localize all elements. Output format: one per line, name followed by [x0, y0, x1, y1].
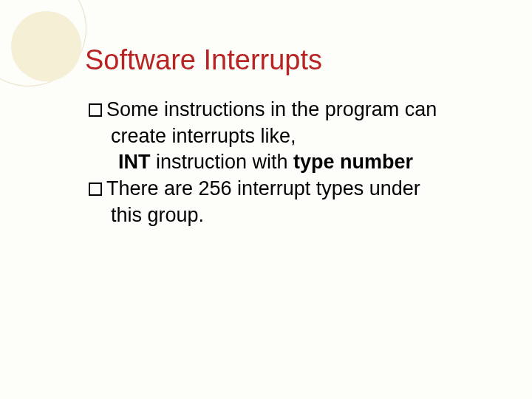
square-bullet-icon — [89, 103, 102, 117]
bullet-1-line3-prefix: INT — [118, 151, 151, 173]
bullet-1-line3: INT instruction with type number — [111, 149, 488, 176]
slide-title: Software Interrupts — [85, 44, 488, 76]
square-bullet-icon — [89, 183, 102, 196]
bullet-1-line3-mid: instruction with — [151, 151, 294, 173]
bullet-1-lead: Some — [106, 98, 159, 120]
slide-content: Software Interrupts Some instructions in… — [0, 0, 532, 228]
bullet-2-rest: are 256 interrupt types under — [159, 177, 420, 200]
bullet-2-lead: There — [106, 177, 159, 200]
bullet-2: There are 256 interrupt types under — [111, 176, 488, 202]
bullet-1-line2: create interrupts like, — [111, 123, 488, 150]
bullet-1: Some instructions in the program can — [111, 97, 488, 123]
slide-body: Some instructions in the program can cre… — [89, 97, 488, 228]
bullet-1-line3-suffix: type number — [293, 151, 413, 173]
bullet-2-line2: this group. — [111, 202, 488, 229]
bullet-1-rest: instructions in the program can — [159, 98, 437, 120]
